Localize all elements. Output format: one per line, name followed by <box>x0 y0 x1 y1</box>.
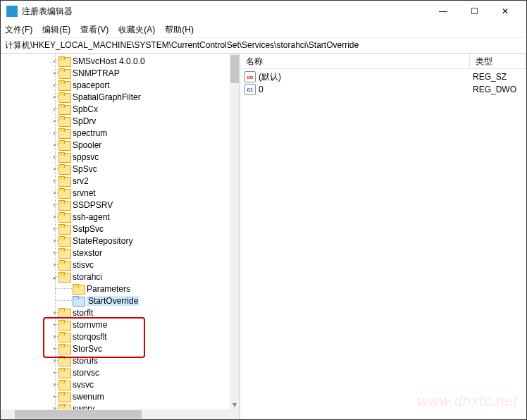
tree-inner[interactable]: ›SMSvcHost 4.0.0.0›SNMPTRAP›spaceport›Sp… <box>1 54 230 409</box>
tree-item[interactable]: ›Spooler <box>1 139 230 151</box>
tree-item[interactable]: ›srv2 <box>1 175 230 187</box>
tree-item[interactable]: ›SpDrv <box>1 115 230 127</box>
menu-favorites[interactable]: 收藏夹(A) <box>118 24 155 36</box>
value-name: 0 <box>259 85 473 94</box>
window-controls: — ☐ ✕ <box>428 1 521 22</box>
tree-item[interactable]: ›SpatialGraphFilter <box>1 91 230 103</box>
column-type[interactable]: 类型 <box>470 54 526 68</box>
tree-item[interactable]: ›svsvc <box>1 378 230 390</box>
tree-item[interactable]: ›spectrum <box>1 127 230 139</box>
tree-item[interactable]: ›storflt <box>1 307 230 319</box>
folder-icon <box>58 200 70 209</box>
folder-icon <box>58 236 70 245</box>
maximize-button[interactable]: ☐ <box>459 1 490 22</box>
folder-icon <box>73 284 84 293</box>
value-row[interactable]: 010REG_DWO <box>240 83 526 96</box>
tree-item[interactable]: ›SMSvcHost 4.0.0.0 <box>1 55 230 67</box>
tree-item[interactable]: ›ssh-agent <box>1 211 230 223</box>
minimize-button[interactable]: — <box>428 1 459 22</box>
folder-icon <box>58 332 70 341</box>
tree-item-label: Spooler <box>73 140 101 150</box>
registry-path: 计算机\HKEY_LOCAL_MACHINE\SYSTEM\CurrentCon… <box>5 39 359 51</box>
values-pane: 名称 类型 ab(默认)REG_SZ010REG_DWO <box>240 54 526 419</box>
string-value-icon: ab <box>244 71 256 82</box>
folder-icon <box>58 344 70 353</box>
tree-item-label: storufs <box>73 356 98 366</box>
tree-item[interactable]: ›sppsvc <box>1 151 230 163</box>
folder-icon <box>73 296 84 305</box>
titlebar: 注册表编辑器 — ☐ ✕ <box>1 1 526 22</box>
tree-item[interactable]: ›SstpSvc <box>1 223 230 235</box>
tree-item[interactable]: ⌄storahci <box>1 271 230 283</box>
folder-icon <box>58 188 70 197</box>
folder-icon <box>58 356 70 365</box>
tree-item-label: spaceport <box>73 80 110 90</box>
tree-item-label: SpbCx <box>73 104 98 114</box>
tree-item-label: swprv <box>73 404 94 410</box>
tree-item[interactable]: ›stornvme <box>1 319 230 331</box>
tree-pane: ›SMSvcHost 4.0.0.0›SNMPTRAP›spaceport›Sp… <box>1 54 240 419</box>
tree-item[interactable]: Parameters <box>1 283 230 295</box>
tree-item-label: stornvme <box>73 320 107 330</box>
menubar: 文件(F) 编辑(E) 查看(V) 收藏夹(A) 帮助(H) <box>1 22 526 37</box>
value-type: REG_DWO <box>473 85 526 94</box>
tree-item-label: spectrum <box>73 128 107 138</box>
tree-item[interactable]: ›stisvc <box>1 259 230 271</box>
folder-icon <box>58 128 70 137</box>
values-body[interactable]: ab(默认)REG_SZ010REG_DWO <box>240 69 526 419</box>
menu-view[interactable]: 查看(V) <box>80 24 108 36</box>
tree-item-label: StorSvc <box>73 344 102 354</box>
menu-help[interactable]: 帮助(H) <box>165 24 194 36</box>
window-title: 注册表编辑器 <box>22 6 428 18</box>
tree-scrollbar-horizontal[interactable] <box>1 409 240 419</box>
folder-icon <box>58 92 70 101</box>
tree-item-label: swenum <box>73 392 104 402</box>
tree-item-label: SMSvcHost 4.0.0.0 <box>73 56 145 66</box>
menu-file[interactable]: 文件(F) <box>5 24 32 36</box>
folder-icon <box>58 368 70 377</box>
tree-item[interactable]: StartOverride <box>1 295 230 307</box>
tree-item[interactable]: ›spaceport <box>1 79 230 91</box>
tree-item[interactable]: ›srvnet <box>1 187 230 199</box>
tree-item[interactable]: ›stexstor <box>1 247 230 259</box>
scroll-thumb-horizontal[interactable] <box>15 410 142 419</box>
folder-icon <box>58 116 70 125</box>
tree-item-label: SpSvc <box>73 164 97 174</box>
tree-item[interactable]: ›storufs <box>1 354 230 366</box>
value-type: REG_SZ <box>473 72 526 82</box>
tree-scrollbar-vertical[interactable]: ▴ ▾ <box>230 54 240 409</box>
folder-icon <box>58 248 70 257</box>
tree-item[interactable]: ›StateRepository <box>1 235 230 247</box>
tree-item[interactable]: ›storvsc <box>1 366 230 378</box>
folder-icon <box>58 380 70 389</box>
tree-item-label: SstpSvc <box>73 224 104 234</box>
tree-item-label: StartOverride <box>87 296 140 306</box>
tree-item-label: StateRepository <box>73 236 132 246</box>
close-button[interactable]: ✕ <box>490 1 521 22</box>
folder-icon <box>58 224 70 233</box>
tree-item[interactable]: ›swprv <box>1 402 230 409</box>
tree-item[interactable]: ›SpbCx <box>1 103 230 115</box>
tree-item[interactable]: ›SpSvc <box>1 163 230 175</box>
scroll-thumb-vertical[interactable] <box>230 55 239 83</box>
tree-item-label: storqosflt <box>73 332 107 342</box>
column-name[interactable]: 名称 <box>240 54 470 68</box>
tree-item-label: Parameters <box>87 284 130 294</box>
scroll-down-icon[interactable]: ▾ <box>230 400 240 409</box>
folder-icon <box>58 392 70 401</box>
tree-item-label: stisvc <box>73 260 94 270</box>
tree-item-label: storahci <box>73 272 102 282</box>
value-row[interactable]: ab(默认)REG_SZ <box>240 70 526 83</box>
tree-item-label: SSDPSRV <box>73 200 113 210</box>
tree-item-label: stexstor <box>73 248 102 258</box>
tree-item-label: srvnet <box>73 188 96 198</box>
tree-item[interactable]: ›storqosflt <box>1 331 230 342</box>
folder-icon <box>58 260 70 269</box>
tree-item[interactable]: ›SNMPTRAP <box>1 67 230 79</box>
value-name: (默认) <box>259 71 473 83</box>
folder-icon <box>58 212 70 221</box>
tree-item[interactable]: ›SSDPSRV <box>1 199 230 211</box>
tree-item[interactable]: ›swenum <box>1 390 230 402</box>
tree-item[interactable]: ›StorSvc <box>1 342 230 354</box>
menu-edit[interactable]: 编辑(E) <box>42 24 70 36</box>
